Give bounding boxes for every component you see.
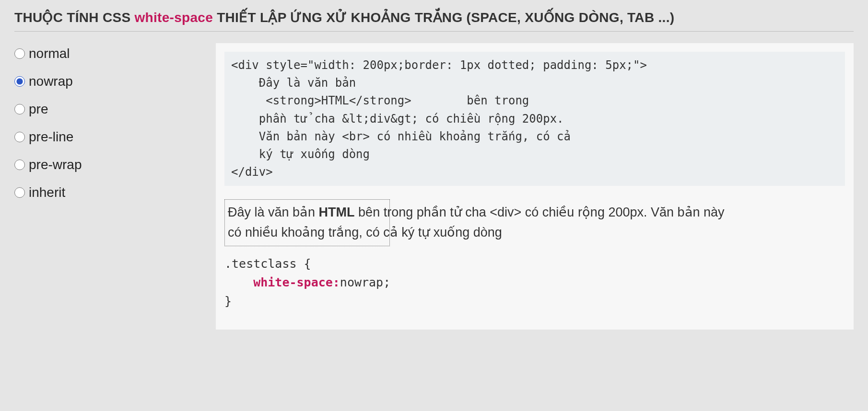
option-pre-wrap[interactable]: pre-wrap [14, 157, 206, 172]
css-snippet: .testclass { white-space:nowrap; } [224, 255, 845, 310]
preview-box: Đây là văn bản HTML bên trong phần tử ch… [224, 199, 390, 246]
preview-text-1: Đây là văn bản [228, 205, 319, 219]
radio-label[interactable]: pre-wrap [29, 157, 82, 172]
radio-nowrap[interactable] [14, 76, 25, 87]
option-nowrap[interactable]: nowrap [14, 74, 206, 89]
title-highlight: white-space [135, 10, 213, 25]
preview-bold: HTML [319, 205, 355, 219]
radio-label[interactable]: pre-line [29, 129, 73, 145]
option-pre[interactable]: pre [14, 102, 206, 117]
title-prefix: THUỘC TÍNH CSS [14, 10, 135, 25]
option-inherit[interactable]: inherit [14, 185, 206, 200]
radio-label[interactable]: inherit [29, 185, 65, 200]
radio-pre-line[interactable] [14, 132, 25, 142]
preview-text-3: có nhiều khoảng trắng, có cả ký tự xuống… [228, 225, 502, 240]
radio-label[interactable]: pre [29, 102, 48, 117]
css-property: white-space: [253, 275, 340, 289]
divider [14, 31, 854, 32]
radio-normal[interactable] [14, 48, 25, 59]
css-open: .testclass { [224, 257, 311, 271]
title-suffix: THIẾT LẬP ỨNG XỬ KHOẢNG TRẮNG (SPACE, XU… [213, 10, 674, 25]
content-panel: <div style="width: 200px;border: 1px dot… [216, 43, 854, 330]
radio-inherit[interactable] [14, 187, 25, 198]
preview-text-2: bên trong phần tử cha <div> có chiều rộn… [355, 205, 725, 219]
css-value: nowrap; [340, 275, 390, 289]
css-indent [224, 275, 253, 289]
radio-pre[interactable] [14, 104, 25, 114]
option-pre-line[interactable]: pre-line [14, 129, 206, 145]
option-normal[interactable]: normal [14, 46, 206, 61]
radio-label[interactable]: normal [29, 46, 70, 61]
options-panel: normal nowrap pre pre-line pre-wrap inhe… [14, 43, 206, 330]
source-code-block: <div style="width: 200px;border: 1px dot… [224, 52, 845, 186]
radio-pre-wrap[interactable] [14, 160, 25, 170]
radio-label[interactable]: nowrap [29, 74, 73, 89]
css-close: } [224, 294, 232, 308]
page-title: THUỘC TÍNH CSS white-space THIẾT LẬP ỨNG… [14, 10, 854, 25]
